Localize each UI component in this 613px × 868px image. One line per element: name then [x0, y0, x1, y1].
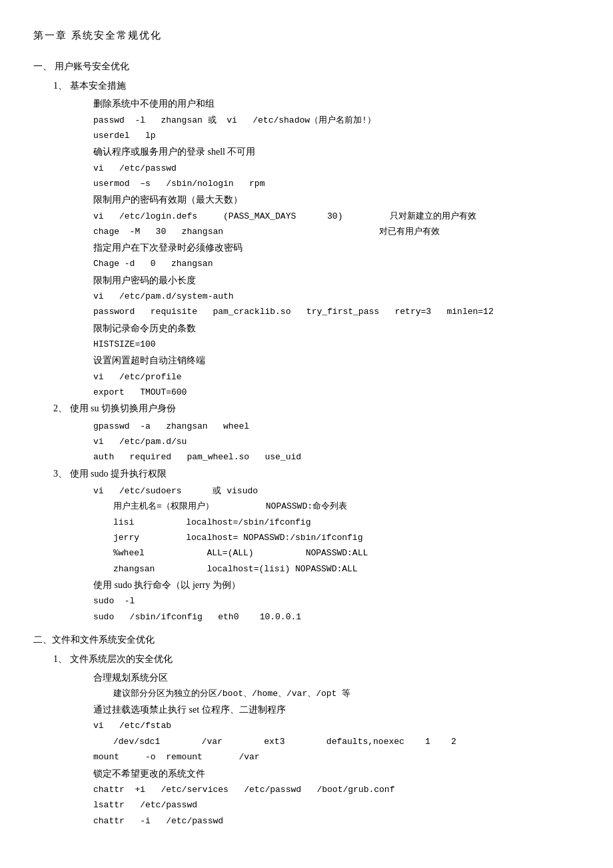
section-h1-2: 二、文件和文件系统安全优化	[33, 631, 580, 648]
code-jerry: jerry localhost= NOPASSWD:/sbin/ifconfig	[113, 530, 580, 545]
section-h1-1: 一、 用户账号安全优化	[33, 58, 580, 75]
desc-min-len: 限制用户密码的最小长度	[93, 272, 580, 289]
code-mount-remount: mount -o remount /var	[93, 749, 580, 765]
code-vi-pamsu: vi /etc/pam.d/su	[93, 434, 580, 449]
desc-confirm-shell: 确认程序或服务用户的登录 shell 不可用	[93, 143, 580, 160]
code-chattr-minus: chattr -i /etc/passwd	[93, 813, 580, 829]
code-zhangsan: zhangsan localhost=(lisi) NOPASSWD:ALL	[113, 561, 580, 577]
subsection-h2-1: 1、 基本安全措施	[53, 77, 580, 94]
subsection-1-3: 3、 使用 sudo 提升执行权限 vi /etc/sudoers 或 visu…	[33, 465, 580, 625]
subsection-1-2: 2、 使用 su 切换切换用户身份 gpasswd -a zhangsan wh…	[33, 400, 580, 465]
code-chattr-plus: chattr +i /etc/services /etc/passwd /boo…	[93, 782, 580, 797]
code-sudo-l: sudo -l	[93, 593, 580, 609]
desc-mount-noexec: 通过挂载选项禁止执行 set 位程序、二进制程序	[93, 701, 580, 718]
code-vi-passwd: vi /etc/passwd	[93, 161, 580, 176]
desc-password-expire: 限制用户的密码有效期（最大天数）	[93, 191, 580, 208]
code-wheel: %wheel ALL=(ALL) NOPASSWD:ALL	[113, 545, 580, 561]
desc-plan-partition: 合理规划系统分区	[93, 669, 580, 686]
desc-sudo-example: 使用 sudo 执行命令（以 jerry 为例）	[93, 577, 580, 593]
desc-delete-users: 删除系统中不使用的用户和组	[93, 95, 580, 112]
code-vi-logindefs: vi /etc/login.defs (PASS_MAX_DAYS 30) 只对…	[93, 209, 580, 224]
code-vi-systemauth: vi /etc/pam.d/system-auth	[93, 289, 580, 304]
section-1: 一、 用户账号安全优化 1、 基本安全措施 删除系统中不使用的用户和组 pass…	[33, 58, 580, 625]
doc-title: 第一章 系统安全常规优化	[33, 27, 580, 45]
code-userdel: userdel lp	[93, 128, 580, 143]
code-export-tmout: export TMOUT=600	[93, 385, 580, 400]
subsection-1-1: 1、 基本安全措施 删除系统中不使用的用户和组 passwd -l zhangs…	[33, 77, 580, 400]
code-usermod: usermod –s /sbin/nologin rpm	[93, 176, 580, 191]
code-vi-profile: vi /etc/profile	[93, 369, 580, 385]
desc-histsize: 限制记录命令历史的条数	[93, 320, 580, 337]
desc-lock-files: 锁定不希望更改的系统文件	[93, 765, 580, 782]
subsection-h2-2-1: 1、 文件系统层次的安全优化	[53, 651, 580, 667]
code-lsattr: lsattr /etc/passwd	[93, 797, 580, 813]
code-auth-required: auth required pam_wheel.so use_uid	[93, 449, 580, 465]
code-passwd-l: passwd -l zhangsan 或 vi /etc/shadow（用户名前…	[93, 113, 580, 128]
code-chage-m: chage -M 30 zhangsan 对已有用户有效	[93, 224, 580, 239]
section-2: 二、文件和文件系统安全优化 1、 文件系统层次的安全优化 合理规划系统分区 建议…	[33, 631, 580, 829]
code-lisi: lisi localhost=/sbin/ifconfig	[113, 515, 580, 530]
code-fstab-entry: /dev/sdc1 /var ext3 defaults,noexec 1 2	[113, 734, 580, 749]
document-container: 第一章 系统安全常规优化 一、 用户账号安全优化 1、 基本安全措施 删除系统中…	[33, 27, 580, 829]
code-vi-sudoers: vi /etc/sudoers 或 visudo	[93, 483, 580, 499]
code-chage-d: Chage -d 0 zhangsan	[93, 256, 580, 271]
code-sudo-ifconfig: sudo /sbin/ifconfig eth0 10.0.0.1	[93, 609, 580, 625]
subsection-h2-3: 3、 使用 sudo 提升执行权限	[53, 465, 580, 482]
code-sudo-header: 用户主机名=（权限用户） NOPASSWD:命令列表	[113, 499, 580, 514]
code-partition-suggestion: 建议部分分区为独立的分区/boot、/home、/var、/opt 等	[113, 686, 580, 701]
code-gpasswd: gpasswd -a zhangsan wheel	[93, 419, 580, 434]
subsection-2-1: 1、 文件系统层次的安全优化 合理规划系统分区 建议部分分区为独立的分区/boo…	[33, 651, 580, 828]
code-histsize: HISTSIZE=100	[93, 337, 580, 352]
desc-tmout: 设置闲置超时自动注销终端	[93, 352, 580, 369]
code-vi-fstab: vi /etc/fstab	[93, 718, 580, 733]
desc-force-change-pw: 指定用户在下次登录时必须修改密码	[93, 239, 580, 256]
code-password-requisite: password requisite pam_cracklib.so try_f…	[93, 304, 580, 319]
subsection-h2-2: 2、 使用 su 切换切换用户身份	[53, 400, 580, 417]
